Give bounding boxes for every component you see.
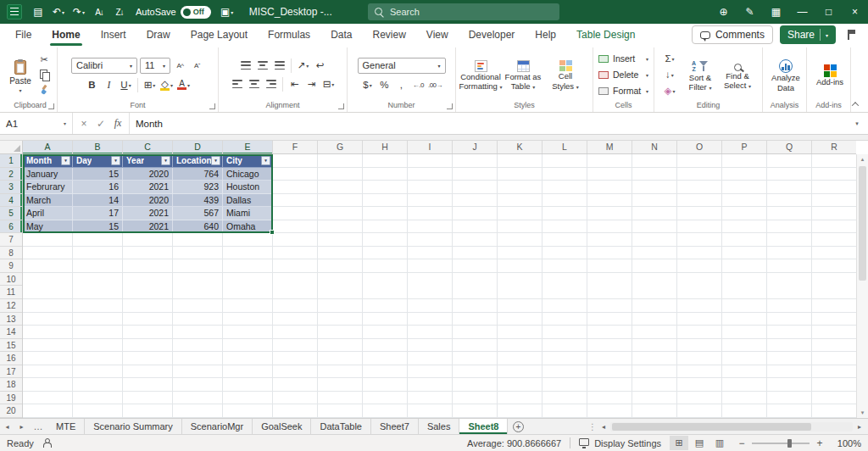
tab-help[interactable]: Help: [525, 24, 566, 46]
borders-button[interactable]: ⊞▾: [142, 78, 157, 92]
autosum-button[interactable]: Σ▾: [658, 52, 682, 66]
page-layout-view-button[interactable]: ▤: [690, 436, 709, 450]
wrap-text-button[interactable]: ↩: [313, 58, 327, 73]
close-button[interactable]: ×: [842, 0, 868, 24]
sheet-tab-datatable[interactable]: DataTable: [311, 419, 371, 434]
center-button[interactable]: [247, 77, 261, 92]
font-color-button[interactable]: A▾: [176, 78, 191, 92]
accessibility-icon[interactable]: [42, 438, 52, 448]
scroll-left-icon[interactable]: ◂: [597, 423, 610, 431]
format-painter-button[interactable]: [36, 84, 52, 97]
horizontal-scroll-thumb[interactable]: [612, 423, 811, 431]
column-header-m[interactable]: M: [587, 141, 632, 154]
addins-button[interactable]: Add-ins: [810, 62, 849, 87]
display-settings-button[interactable]: Display Settings: [579, 438, 661, 448]
row-header-6[interactable]: 6: [0, 220, 22, 234]
collapse-ribbon-button[interactable]: [849, 99, 861, 109]
table-header-cell[interactable]: Day▾: [73, 154, 123, 168]
scroll-down-icon[interactable]: ▾: [857, 409, 868, 416]
row-header-14[interactable]: 14: [0, 326, 22, 339]
decrease-decimal-button[interactable]: .00→: [428, 78, 442, 92]
row-header-3[interactable]: 3: [0, 181, 22, 194]
sheet-overflow-button[interactable]: …: [29, 419, 47, 434]
increase-decimal-button[interactable]: ←.0: [411, 78, 426, 92]
table-header-cell[interactable]: Location▾: [173, 154, 223, 168]
merge-center-button[interactable]: ⊟▾: [321, 77, 336, 92]
sheet-tab-scenario-summary[interactable]: Scenario Summary: [85, 419, 182, 434]
table-cell[interactable]: 2021: [123, 181, 173, 194]
column-header-n[interactable]: N: [632, 141, 677, 154]
increase-indent-button[interactable]: ⇥: [304, 77, 319, 92]
tab-splitter[interactable]: ⋮: [588, 422, 597, 432]
alignment-dialog-launcher[interactable]: [338, 103, 344, 109]
table-cell[interactable]: 923: [173, 181, 223, 194]
table-cell[interactable]: May: [23, 220, 73, 234]
table-cell[interactable]: 17: [73, 207, 123, 220]
cell-styles-button[interactable]: Cell Styles ▾: [544, 58, 587, 92]
format-button[interactable]: Format ▾: [597, 84, 650, 98]
column-header-f[interactable]: F: [273, 141, 318, 154]
number-dialog-launcher[interactable]: [447, 103, 453, 109]
align-middle-button[interactable]: [255, 58, 270, 73]
sheet-tab-goalseek[interactable]: GoalSeek: [253, 419, 311, 434]
row-header-18[interactable]: 18: [0, 378, 22, 392]
tab-data[interactable]: Data: [320, 24, 362, 46]
column-header-h[interactable]: H: [363, 141, 408, 154]
enter-button[interactable]: ✓: [92, 118, 109, 130]
column-header-b[interactable]: B: [73, 141, 123, 154]
table-cell[interactable]: March: [23, 194, 73, 208]
search-input[interactable]: [390, 7, 553, 17]
table-cell[interactable]: January: [23, 168, 73, 181]
column-header-d[interactable]: D: [173, 141, 223, 154]
delete-button[interactable]: Delete ▾: [597, 68, 650, 82]
number-format-select[interactable]: General▾: [358, 58, 446, 74]
undo-button[interactable]: ↶▾: [48, 0, 69, 24]
horizontal-scrollbar[interactable]: ⋮ ◂ ▸: [588, 419, 868, 434]
comments-button[interactable]: Comments: [692, 25, 773, 44]
scroll-right-icon[interactable]: ▸: [853, 423, 866, 431]
align-left-button[interactable]: [230, 77, 244, 92]
tab-view[interactable]: View: [416, 24, 459, 46]
percent-style-button[interactable]: %: [377, 78, 392, 92]
apps-icon[interactable]: ▦: [763, 0, 789, 24]
table-cell[interactable]: Februrary: [23, 181, 73, 194]
select-all-button[interactable]: [0, 141, 23, 154]
name-box[interactable]: A1 ▾: [0, 113, 73, 134]
filter-button[interactable]: ▾: [161, 156, 170, 165]
tab-draw[interactable]: Draw: [136, 24, 181, 46]
table-cell[interactable]: 2020: [123, 194, 173, 208]
align-top-button[interactable]: [238, 58, 253, 73]
tab-file[interactable]: File: [5, 24, 42, 46]
sort-filter-button[interactable]: AZ Sort & Filter ▾: [682, 57, 719, 93]
tab-table-design[interactable]: Table Design: [566, 24, 645, 46]
table-cell[interactable]: 15: [73, 220, 123, 234]
column-header-k[interactable]: K: [498, 141, 542, 154]
sheet-tab-mte[interactable]: MTE: [47, 419, 85, 434]
table-cell[interactable]: Dallas: [223, 194, 273, 208]
table-cell[interactable]: 567: [173, 207, 223, 220]
table-cell[interactable]: Omaha: [223, 220, 273, 234]
increase-font-button[interactable]: A^: [173, 58, 187, 73]
sheet-tab-sales[interactable]: Sales: [419, 419, 460, 434]
page-break-view-button[interactable]: ▥: [710, 436, 729, 450]
save-button[interactable]: ▣▾: [217, 0, 237, 24]
tab-page-layout[interactable]: Page Layout: [181, 24, 258, 46]
fill-button[interactable]: ↓▾: [658, 68, 682, 82]
table-cell[interactable]: 16: [73, 181, 123, 194]
column-header-q[interactable]: Q: [767, 141, 812, 154]
new-sheet-button[interactable]: +: [508, 419, 528, 434]
row-header-13[interactable]: 13: [0, 313, 22, 326]
copy-button[interactable]: [36, 69, 52, 81]
table-header-cell[interactable]: City▾: [223, 154, 273, 168]
filter-button[interactable]: ▾: [211, 156, 220, 165]
zoom-thumb[interactable]: [787, 439, 792, 448]
table-cell[interactable]: Miami: [223, 207, 273, 220]
row-header-7[interactable]: 7: [0, 233, 22, 247]
column-header-l[interactable]: L: [542, 141, 587, 154]
column-header-p[interactable]: P: [722, 141, 767, 154]
table-cell[interactable]: 2021: [123, 220, 173, 234]
font-dialog-launcher[interactable]: [209, 103, 215, 109]
flag-icon[interactable]: [843, 25, 861, 44]
column-header-i[interactable]: I: [408, 141, 453, 154]
horizontal-scroll-track[interactable]: [610, 422, 853, 432]
